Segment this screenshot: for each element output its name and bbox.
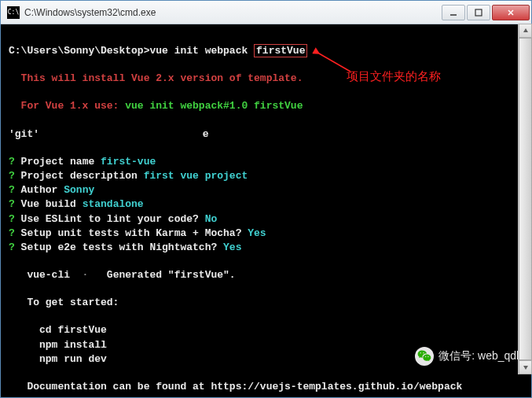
prompt: C:\Users\Sonny\Desktop> [9, 45, 149, 57]
cmd-icon [7, 6, 20, 19]
prompt-question: ? Project description first vue project [9, 169, 523, 183]
scroll-thumb[interactable] [519, 38, 532, 360]
wechat-label: 微信号: web_qdkf [438, 348, 525, 364]
command-text: vue init webpack [149, 45, 254, 57]
prompt-question: ? Author Sonny [9, 183, 523, 197]
svg-marker-7 [523, 366, 528, 370]
prompt-question: ? Project name first-vue [9, 155, 523, 169]
window-title: C:\Windows\system32\cmd.exe [24, 7, 442, 18]
docs-line: Documentation can be found at https://vu… [9, 380, 523, 394]
compat-line: For Vue 1.x use: vue init webpack#1.0 fi… [9, 99, 523, 113]
step-line: cd firstVue [9, 323, 523, 337]
command-arg-boxed: firstVue [254, 44, 307, 57]
annotation-text: 项目文件夹的名称 [347, 68, 441, 84]
close-button[interactable] [492, 5, 530, 20]
titlebar[interactable]: C:\Windows\system32\cmd.exe [1, 1, 531, 24]
scroll-up-button[interactable] [519, 24, 532, 38]
wechat-icon [415, 347, 434, 366]
install-message: This will install Vue 2.x version of tem… [9, 72, 523, 86]
svg-rect-1 [475, 9, 482, 16]
generated-line: vue-cli · Generated "firstVue". [9, 268, 523, 282]
command-line: C:\Users\Sonny\Desktop>vue init webpack … [9, 44, 523, 58]
terminal-area[interactable]: C:\Users\Sonny\Desktop>vue init webpack … [1, 24, 531, 397]
scroll-down-button[interactable] [519, 360, 532, 374]
wechat-watermark: 微信号: web_qdkf [415, 347, 525, 366]
prompt-question: ? Vue build standalone [9, 197, 523, 212]
maximize-button[interactable] [467, 5, 490, 20]
minimize-button[interactable] [442, 5, 465, 20]
window-controls [442, 5, 530, 20]
prompt-question: ? Setup unit tests with Karma + Mocha? Y… [9, 227, 523, 241]
cmd-window: C:\Windows\system32\cmd.exe C:\Users\Son… [0, 0, 532, 398]
prompt-question: ? Setup e2e tests with Nightwatch? Yes [9, 241, 523, 255]
git-error: 'git' е [9, 127, 523, 142]
get-started-heading: To get started: [9, 296, 523, 310]
prompt-questions: ? Project name first-vue? Project descri… [9, 155, 523, 255]
svg-marker-6 [523, 28, 528, 32]
prompt-question: ? Use ESLint to lint your code? No [9, 212, 523, 227]
scroll-track[interactable] [519, 38, 532, 360]
vertical-scrollbar[interactable] [518, 24, 532, 374]
svg-line-5 [319, 53, 350, 72]
